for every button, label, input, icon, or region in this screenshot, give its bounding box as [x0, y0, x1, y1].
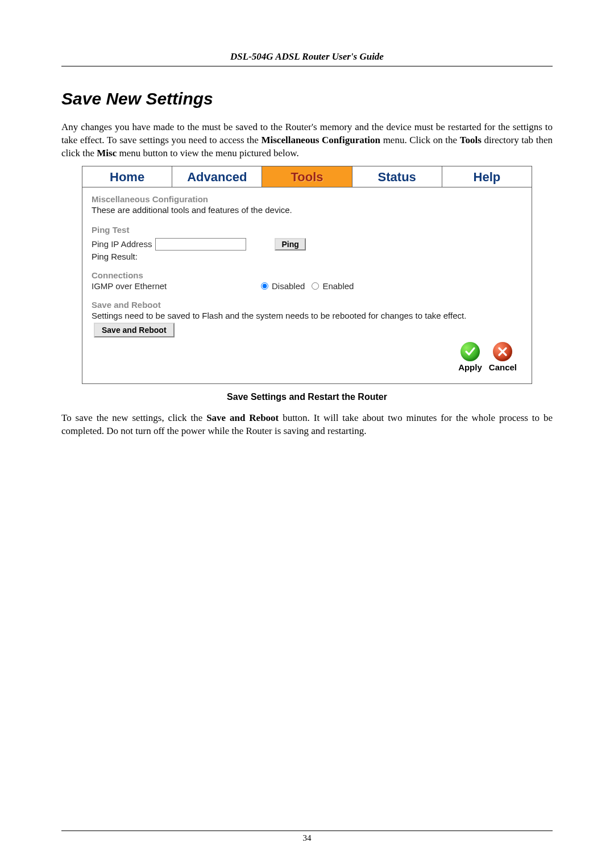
ping-ip-label: Ping IP Address [92, 239, 152, 249]
tab-status[interactable]: Status [352, 166, 442, 187]
cancel-label: Cancel [489, 362, 517, 372]
running-header: DSL-504G ADSL Router User's Guide [61, 51, 553, 66]
misc-panel: Miscellaneous Configuration These are ad… [82, 187, 532, 383]
intro-paragraph: Any changes you have made to the must be… [61, 121, 553, 160]
outro-text-1: To save the new settings, click the [61, 412, 206, 423]
outro-paragraph: To save the new settings, click the Save… [61, 412, 553, 438]
misc-title: Miscellaneous Configuration [92, 194, 522, 204]
ping-row: Ping IP Address Ping [92, 238, 522, 251]
figure-caption: Save Settings and Restart the Router [61, 392, 553, 402]
igmp-label: IGMP over Ethernet [92, 281, 261, 291]
page-number: 34 [303, 833, 312, 842]
tab-advanced[interactable]: Advanced [172, 166, 262, 187]
apply-button[interactable]: Apply [458, 342, 482, 372]
connections-section-title: Connections [92, 270, 522, 280]
tab-tools[interactable]: Tools [262, 166, 352, 187]
intro-bold-2: Tools [460, 135, 482, 145]
router-screenshot: Home Advanced Tools Status Help Miscella… [82, 166, 532, 384]
save-and-reboot-button[interactable]: Save and Reboot [94, 323, 175, 337]
close-icon [493, 342, 512, 361]
apply-label: Apply [458, 362, 482, 372]
page-footer: 34 [61, 831, 553, 843]
intro-text-2: menu. Click on the [380, 135, 460, 145]
igmp-disabled-label: Disabled [272, 281, 305, 291]
igmp-enabled-radio[interactable] [312, 282, 319, 290]
igmp-enabled-label: Enabled [322, 281, 354, 291]
igmp-disabled-radio[interactable] [261, 282, 268, 290]
tab-bar: Home Advanced Tools Status Help [82, 166, 532, 187]
ping-section-title: Ping Test [92, 225, 522, 235]
intro-bold-1: Miscellaneous Configuration [261, 135, 380, 145]
check-icon [460, 342, 480, 361]
tab-home[interactable]: Home [82, 166, 172, 187]
page-title: Save New Settings [61, 89, 553, 108]
ping-ip-input[interactable] [155, 238, 246, 251]
cancel-button[interactable]: Cancel [489, 342, 517, 372]
intro-bold-3: Misc [97, 148, 117, 158]
save-note: Settings need to be saved to Flash and t… [92, 311, 522, 320]
igmp-row: IGMP over Ethernet Disabled Enabled [92, 281, 522, 291]
ping-result-label: Ping Result: [92, 252, 522, 261]
ping-button[interactable]: Ping [275, 238, 305, 251]
tab-help[interactable]: Help [442, 166, 532, 187]
panel-footer: Apply Cancel [92, 337, 522, 377]
misc-subtitle: These are additional tools and features … [92, 205, 522, 215]
intro-text-4: menu button to view the menu pictured be… [117, 148, 298, 158]
outro-bold: Save and Reboot [206, 412, 279, 423]
save-section-title: Save and Reboot [92, 300, 522, 310]
